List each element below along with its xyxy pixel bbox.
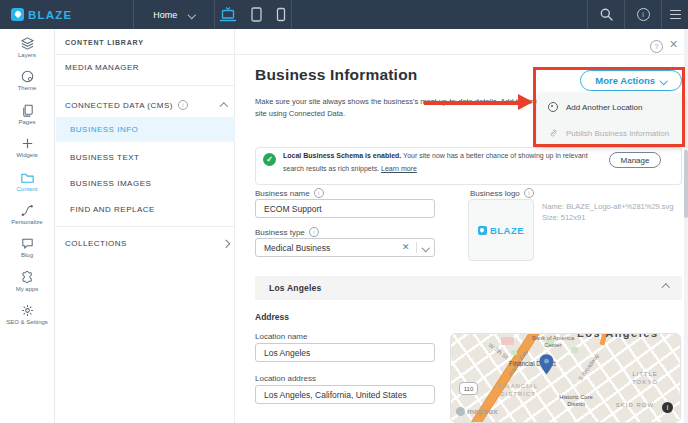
map-pin-icon xyxy=(539,354,554,375)
nav-item-find-and-replace[interactable]: FIND AND REPLACE xyxy=(70,205,155,214)
nav-item-business-text[interactable]: BUSINESS TEXT xyxy=(70,153,139,162)
sidebar-item-content[interactable]: Content xyxy=(0,170,54,203)
blaze-logo[interactable]: BLAZE xyxy=(11,0,72,29)
map-park xyxy=(511,350,517,355)
map-area-label: FINANCIAL DISTRICT xyxy=(487,383,549,399)
nav-item-business-images[interactable]: BUSINESS IMAGES xyxy=(70,179,151,188)
divider xyxy=(56,54,683,55)
clear-icon[interactable]: ✕ xyxy=(402,243,410,252)
sidebar-item-personalize[interactable]: Personalize xyxy=(0,203,54,236)
sidebar-item-seo-settings[interactable]: SEO & Settings xyxy=(0,303,54,336)
info-button[interactable]: i xyxy=(624,0,661,29)
page-description: Make sure your site always shows the bus… xyxy=(255,96,565,120)
mobile-view-button[interactable] xyxy=(276,6,286,23)
palette-icon xyxy=(20,69,35,84)
location-name-label: Location name xyxy=(255,332,307,341)
folder-icon xyxy=(20,170,35,185)
content-library-panel: CONTENT LIBRARY MEDIA MANAGER CONNECTED … xyxy=(56,29,235,423)
chevron-down-icon[interactable] xyxy=(421,244,429,252)
location-address-label: Location address xyxy=(255,374,316,383)
more-actions-button[interactable]: More Actions xyxy=(580,70,682,91)
divider xyxy=(56,85,235,86)
brand-text: BLAZE xyxy=(28,9,72,21)
page-selector[interactable]: Home xyxy=(133,0,215,29)
page-title: Business Information xyxy=(255,66,417,84)
location-map[interactable]: W 7th St Harbor Fwy 110 Bank of America … xyxy=(450,333,681,423)
location-address-input[interactable]: Los Angeles, California, United States xyxy=(255,385,435,404)
collapse-icon[interactable] xyxy=(220,103,228,111)
puzzle-icon xyxy=(20,270,35,285)
business-name-input[interactable]: ECOM Support xyxy=(255,199,435,218)
map-attribution-info-icon[interactable]: i xyxy=(662,402,673,413)
banner-text-line1: Local Business Schema is enabled. Your s… xyxy=(283,152,588,159)
business-logo-label: Business logoi xyxy=(470,188,534,198)
info-icon[interactable]: i xyxy=(524,188,534,198)
map-poi-label: Historic Core District xyxy=(551,394,601,408)
chevron-down-icon xyxy=(188,11,196,19)
logo-file-name: Name: BLAZE_Logo-alt+%281%29.svg xyxy=(542,202,674,211)
close-icon[interactable]: ✕ xyxy=(669,38,678,51)
location-name-input[interactable]: Los Angeles xyxy=(255,343,435,362)
menu-item-add-location[interactable]: Add Another Location xyxy=(537,94,684,120)
desktop-view-button[interactable] xyxy=(219,6,237,23)
editor-sidebar: Layers Theme Pages Widgets Content Perso… xyxy=(0,29,55,423)
help-icon[interactable]: ? xyxy=(650,40,663,53)
banner-text-line2: search results as rich snippets. Learn m… xyxy=(283,165,417,172)
personalize-icon xyxy=(20,203,35,218)
info-icon[interactable]: i xyxy=(314,188,324,198)
map-street-label: S Broadway xyxy=(577,352,600,381)
success-check-icon: ✓ xyxy=(263,153,276,166)
blaze-flame-icon xyxy=(478,226,487,235)
panel-title: CONTENT LIBRARY xyxy=(65,39,144,46)
collections-item[interactable]: COLLECTIONS xyxy=(65,239,127,248)
chevron-down-icon xyxy=(660,77,668,85)
info-icon[interactable]: i xyxy=(309,227,319,237)
highway-shield: 110 xyxy=(459,382,478,395)
sidebar-item-my-apps[interactable]: My apps xyxy=(0,270,54,303)
navbar-right: i xyxy=(587,0,688,29)
sidebar-item-pages[interactable]: Pages xyxy=(0,103,54,136)
plus-icon xyxy=(20,136,35,151)
sidebar-item-blog[interactable]: Blog xyxy=(0,236,54,269)
business-type-label: Business typei xyxy=(255,227,319,237)
address-heading: Address xyxy=(255,312,289,322)
location-section-header[interactable]: Los Angeles xyxy=(255,276,682,300)
connected-data-header[interactable]: CONNECTED DATA (CMS) i xyxy=(65,100,188,110)
device-switcher xyxy=(213,0,292,29)
app-window: BLAZE Home xyxy=(0,0,688,423)
info-icon[interactable]: i xyxy=(178,100,188,110)
scrollbar-track[interactable] xyxy=(684,29,688,423)
map-area-label: LITTLE TOKYO xyxy=(621,371,669,387)
pages-icon xyxy=(20,103,35,118)
mapbox-logo: mapbox xyxy=(456,407,498,416)
divider xyxy=(416,242,417,253)
sidebar-item-theme[interactable]: Theme xyxy=(0,69,54,102)
learn-more-link[interactable]: Learn more xyxy=(381,165,417,172)
publish-link-icon xyxy=(548,128,558,138)
scrollbar-thumb[interactable] xyxy=(684,150,688,218)
logo-file-size: Size: 512x91 xyxy=(542,213,585,222)
menu-button[interactable] xyxy=(661,0,688,29)
speech-bubble-icon xyxy=(20,236,35,251)
tablet-view-button[interactable] xyxy=(250,6,263,23)
map-city-label: Los Angeles xyxy=(577,333,659,339)
divider xyxy=(56,226,235,227)
manage-button[interactable]: Manage xyxy=(609,152,661,168)
blaze-flame-icon xyxy=(11,8,24,21)
chevron-right-icon[interactable] xyxy=(222,240,230,248)
gear-icon xyxy=(20,303,35,318)
media-manager-item[interactable]: MEDIA MANAGER xyxy=(65,63,139,72)
map-poi-label: Bank of America Center xyxy=(529,335,577,349)
layers-icon xyxy=(20,36,35,51)
business-logo-preview[interactable]: BLAZE xyxy=(468,199,534,261)
sidebar-item-layers[interactable]: Layers xyxy=(0,36,54,69)
nav-item-business-info[interactable]: BUSINESS INFO xyxy=(56,117,235,142)
location-target-icon xyxy=(548,102,558,112)
search-button[interactable] xyxy=(587,0,624,29)
sidebar-item-widgets[interactable]: Widgets xyxy=(0,136,54,169)
page-selector-label: Home xyxy=(153,10,177,20)
top-navbar: BLAZE Home xyxy=(0,0,688,29)
menu-item-publish-business-info[interactable]: Publish Business Information xyxy=(537,120,684,146)
collapse-icon[interactable] xyxy=(661,284,669,292)
business-type-select[interactable]: Medical Business ✕ xyxy=(255,238,435,257)
